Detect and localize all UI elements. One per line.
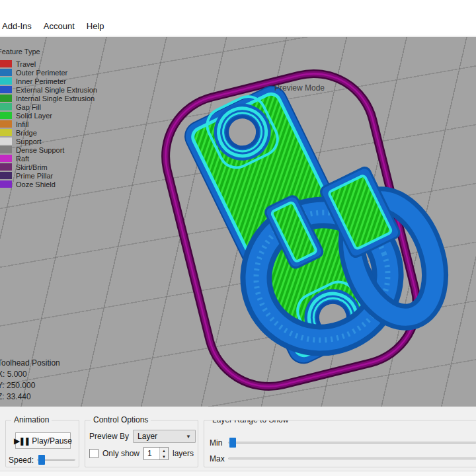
speed-slider[interactable] xyxy=(37,455,75,465)
legend-color-swatch xyxy=(0,112,12,119)
legend-color-swatch xyxy=(0,60,12,67)
legend-item-label: Infill xyxy=(16,120,29,128)
legend-item-label: Support xyxy=(16,138,42,145)
feature-type-legend: Feature Type TravelOuter PerimeterInner … xyxy=(0,48,97,188)
legend-item-label: Outer Perimeter xyxy=(16,69,67,77)
max-slider-track[interactable] xyxy=(228,457,476,459)
legend-item: Travel xyxy=(0,60,97,68)
spin-up-icon[interactable]: ▲ xyxy=(160,448,168,454)
legend-color-swatch xyxy=(0,103,12,110)
toolhead-z: Z: 33.440 xyxy=(0,391,60,403)
toolhead-position-readout: Toolhead Position X: 5.000 Y: 250.000 Z:… xyxy=(0,358,60,403)
menu-add-ins[interactable]: Add-Ins xyxy=(0,19,38,35)
layer-range-group-title: Layer Range to Show xyxy=(210,420,291,424)
legend-item: Internal Single Extrusion xyxy=(0,94,97,102)
min-slider-handle[interactable] xyxy=(229,438,236,448)
animation-group: Animation ▶❚❚ Play/Pause Speed: xyxy=(5,420,79,467)
toolhead-title: Toolhead Position xyxy=(0,358,60,369)
legend-item-label: Bridge xyxy=(16,129,37,137)
legend-item-label: Solid Layer xyxy=(16,112,52,120)
window-titlebar xyxy=(0,0,476,18)
toolhead-y: Y: 250.000 xyxy=(0,380,60,391)
legend-item-label: Raft xyxy=(16,155,29,163)
play-pause-icon: ▶❚❚ xyxy=(14,436,29,446)
legend-color-swatch xyxy=(0,129,12,136)
only-show-checkbox[interactable] xyxy=(89,449,99,458)
legend-item-label: External Single Extrusion xyxy=(16,86,97,94)
min-label: Min xyxy=(210,438,228,448)
legend-item: Prime Pillar xyxy=(0,171,97,180)
play-pause-label: Play/Pause xyxy=(32,436,72,446)
layers-spinbox-value[interactable]: 1 xyxy=(144,448,159,459)
legend-item: Dense Support xyxy=(0,145,97,154)
layer-range-group: Layer Range to Show Min Max xyxy=(204,420,476,467)
menu-account[interactable]: Account xyxy=(38,19,81,35)
legend-item: External Single Extrusion xyxy=(0,85,97,94)
toolhead-x: X: 5.000 xyxy=(0,369,60,380)
legend-color-swatch xyxy=(0,120,12,128)
speed-label: Speed: xyxy=(9,456,34,465)
legend-color-swatch xyxy=(0,86,12,93)
legend-color-swatch xyxy=(0,163,12,171)
legend-item: Support xyxy=(0,137,97,145)
legend-color-swatch xyxy=(0,146,12,153)
legend-item: Infill xyxy=(0,120,97,128)
legend-item: Bridge xyxy=(0,128,97,137)
max-label: Max xyxy=(210,454,228,463)
legend-color-swatch xyxy=(0,155,12,162)
legend-item: Outer Perimeter xyxy=(0,68,97,77)
legend-item-label: Travel xyxy=(16,60,36,68)
legend-item: Solid Layer xyxy=(0,111,97,120)
control-options-group-title: Control Options xyxy=(91,415,151,424)
preview-by-dropdown[interactable]: Layer ▼ xyxy=(133,430,196,443)
legend-title: Feature Type xyxy=(0,48,97,56)
preview-by-value: Layer xyxy=(138,432,157,441)
legend-item: Skirt/Brim xyxy=(0,163,97,171)
legend-item: Ooze Shield xyxy=(0,180,97,188)
legend-item-label: Ooze Shield xyxy=(16,180,56,188)
min-slider-track[interactable] xyxy=(228,442,476,444)
speed-slider-handle[interactable] xyxy=(38,455,45,465)
min-layer-slider[interactable] xyxy=(228,438,476,448)
legend-item: Inner Perimeter xyxy=(0,77,97,85)
preview-controls-panel: Animation ▶❚❚ Play/Pause Speed: Control … xyxy=(0,407,476,471)
play-pause-button[interactable]: ▶❚❚ Play/Pause xyxy=(15,432,71,449)
legend-item: Gap Fill xyxy=(0,102,97,111)
status-bar xyxy=(0,471,476,476)
menu-help[interactable]: Help xyxy=(81,19,110,35)
legend-list: TravelOuter PerimeterInner PerimeterExte… xyxy=(0,60,97,188)
animation-group-title: Animation xyxy=(11,415,52,424)
legend-item: Raft xyxy=(0,154,97,163)
preview-by-label: Preview By xyxy=(89,432,129,441)
layers-spinbox[interactable]: 1 ▲ ▼ xyxy=(143,447,169,460)
max-layer-slider[interactable] xyxy=(228,454,476,463)
legend-item-label: Gap Fill xyxy=(16,103,41,111)
legend-item-label: Inner Perimeter xyxy=(16,77,66,85)
legend-color-swatch xyxy=(0,172,12,179)
spin-down-icon[interactable]: ▼ xyxy=(160,454,168,459)
legend-item-label: Skirt/Brim xyxy=(16,163,48,171)
legend-color-swatch xyxy=(0,95,12,102)
legend-item-label: Internal Single Extrusion xyxy=(16,95,95,102)
preview-mode-label: Preview Mode xyxy=(274,83,325,93)
only-show-label: Only show xyxy=(102,449,139,458)
control-options-group: Control Options Preview By Layer ▼ Only … xyxy=(85,420,198,467)
legend-item-label: Prime Pillar xyxy=(16,172,53,180)
legend-color-swatch xyxy=(0,180,12,188)
menu-bar: Add-Ins Account Help xyxy=(0,18,476,37)
legend-item-label: Dense Support xyxy=(16,146,64,154)
legend-color-swatch xyxy=(0,138,12,145)
legend-color-swatch xyxy=(0,77,12,85)
preview-3d-viewport[interactable]: Preview Mode Feature Type TravelOuter Pe… xyxy=(0,37,476,407)
legend-color-swatch xyxy=(0,69,12,76)
chevron-down-icon: ▼ xyxy=(186,434,191,440)
layers-label: layers xyxy=(173,449,194,458)
